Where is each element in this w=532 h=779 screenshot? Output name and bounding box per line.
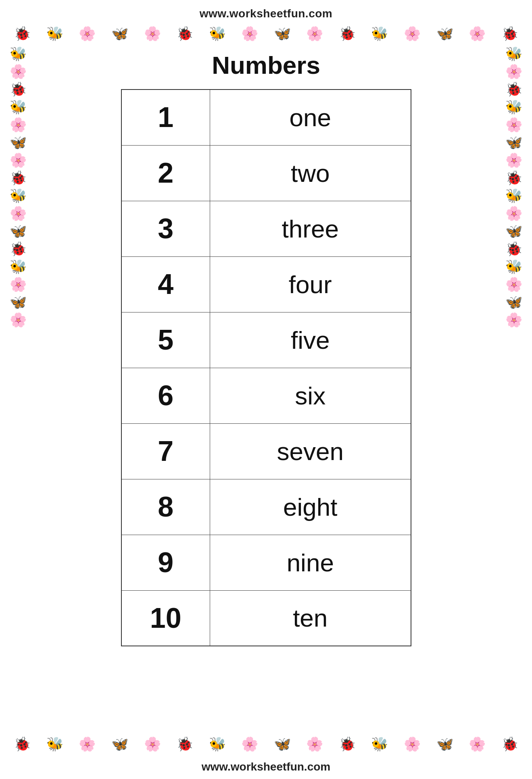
side-icon: 🌸 xyxy=(10,153,27,167)
border-icon: 🐞 xyxy=(339,737,356,751)
border-icon: 🌸 xyxy=(241,737,258,751)
side-icon: 🌸 xyxy=(10,118,27,131)
numeral-cell: 1 xyxy=(121,90,210,145)
side-icon: 🐞 xyxy=(505,171,522,185)
border-icon: 🌸 xyxy=(79,737,96,751)
side-icon: 🐝 xyxy=(10,189,27,202)
numeral-cell: 8 xyxy=(121,479,210,535)
side-icon: 🌸 xyxy=(505,118,522,131)
border-icon: 🌸 xyxy=(241,27,258,40)
bottom-url: www.worksheetfun.com xyxy=(202,760,330,773)
border-icon: 🐞 xyxy=(176,27,193,40)
side-icon: 🦋 xyxy=(505,135,522,149)
side-icon: 🦋 xyxy=(10,135,27,149)
word-cell: eight xyxy=(210,479,411,535)
side-icon: 🌸 xyxy=(10,277,27,291)
border-icon: 🦋 xyxy=(274,737,291,751)
side-icon: 🐞 xyxy=(10,82,27,96)
table-row: 7seven xyxy=(121,423,411,479)
border-icon: 🌸 xyxy=(144,737,161,751)
word-cell: nine xyxy=(210,535,411,590)
page-title: Numbers xyxy=(212,51,320,79)
side-icon: 🐞 xyxy=(10,242,27,256)
table-row: 5five xyxy=(121,312,411,368)
side-icon: 🐝 xyxy=(10,100,27,114)
side-icon: 🐞 xyxy=(505,82,522,96)
side-icon: 🐝 xyxy=(505,260,522,273)
border-icon: 🦋 xyxy=(111,737,128,751)
table-row: 8eight xyxy=(121,479,411,535)
side-icon: 🦋 xyxy=(505,224,522,238)
side-icon: 🌸 xyxy=(505,65,522,78)
table-row: 1one xyxy=(121,90,411,145)
border-icon: 🐝 xyxy=(371,27,388,40)
border-icon: 🐞 xyxy=(14,737,31,751)
numeral-cell: 3 xyxy=(121,201,210,256)
side-icon: 🐝 xyxy=(10,47,27,60)
numeral-cell: 5 xyxy=(121,312,210,368)
numeral-cell: 10 xyxy=(121,590,210,646)
word-cell: six xyxy=(210,368,411,423)
numeral-cell: 9 xyxy=(121,535,210,590)
border-icon: 🐝 xyxy=(46,737,63,751)
side-icon: 🐝 xyxy=(505,189,522,202)
side-icon: 🦋 xyxy=(505,295,522,309)
table-row: 6six xyxy=(121,368,411,423)
border-icon: 🐝 xyxy=(209,737,226,751)
border-icon: 🐞 xyxy=(14,27,31,40)
side-icon: 🐞 xyxy=(505,242,522,256)
word-cell: seven xyxy=(210,423,411,479)
table-row: 10ten xyxy=(121,590,411,646)
word-cell: three xyxy=(210,201,411,256)
side-icon: 🌸 xyxy=(505,206,522,220)
border-icon: 🌸 xyxy=(404,737,421,751)
side-icon: 🦋 xyxy=(10,295,27,309)
border-icon: 🐞 xyxy=(501,737,518,751)
border-icon: 🐞 xyxy=(176,737,193,751)
numeral-cell: 7 xyxy=(121,423,210,479)
numeral-cell: 2 xyxy=(121,145,210,201)
border-icon: 🌸 xyxy=(469,27,486,40)
border-icon: 🦋 xyxy=(111,27,128,40)
page-wrapper: www.worksheetfun.com 🐞 🐝 🌸 🦋 🌸 🐞 🐝 🌸 🦋 🌸… xyxy=(0,0,532,779)
side-icon: 🐞 xyxy=(10,171,27,185)
word-cell: ten xyxy=(210,590,411,646)
border-icon: 🦋 xyxy=(436,737,453,751)
side-icon: 🌸 xyxy=(10,65,27,78)
word-cell: two xyxy=(210,145,411,201)
border-icon: 🌸 xyxy=(469,737,486,751)
table-row: 2two xyxy=(121,145,411,201)
numeral-cell: 6 xyxy=(121,368,210,423)
main-area: 🐝 🌸 🐞 🐝 🌸 🦋 🌸 🐞 🐝 🌸 🦋 🐞 🐝 🌸 🦋 🌸 Numbers … xyxy=(0,43,532,735)
table-row: 3three xyxy=(121,201,411,256)
side-icon: 🌸 xyxy=(10,313,27,327)
table-row: 9nine xyxy=(121,535,411,590)
numeral-cell: 4 xyxy=(121,256,210,312)
border-icon: 🐞 xyxy=(339,27,356,40)
side-icon: 🐝 xyxy=(505,100,522,114)
side-icon: 🐝 xyxy=(505,47,522,60)
top-border-strip: 🐞 🐝 🌸 🦋 🌸 🐞 🐝 🌸 🦋 🌸 🐞 🐝 🌸 🦋 🌸 🐞 xyxy=(0,24,532,43)
word-cell: five xyxy=(210,312,411,368)
side-icon: 🌸 xyxy=(505,277,522,291)
content-column: Numbers 1one2two3three4four5five6six7sev… xyxy=(36,43,496,735)
side-icon: 🦋 xyxy=(10,224,27,238)
border-icon: 🌸 xyxy=(79,27,96,40)
bottom-border-strip: 🐞 🐝 🌸 🦋 🌸 🐞 🐝 🌸 🦋 🌸 🐞 🐝 🌸 🦋 🌸 🐞 xyxy=(0,735,532,753)
side-icon: 🐝 xyxy=(10,260,27,273)
table-row: 4four xyxy=(121,256,411,312)
border-icon: 🦋 xyxy=(436,27,453,40)
border-icon: 🌸 xyxy=(306,27,323,40)
word-cell: one xyxy=(210,90,411,145)
side-icon: 🌸 xyxy=(505,153,522,167)
border-icon: 🐞 xyxy=(501,27,518,40)
border-icon: 🐝 xyxy=(371,737,388,751)
left-border: 🐝 🌸 🐞 🐝 🌸 🦋 🌸 🐞 🐝 🌸 🦋 🐞 🐝 🌸 🦋 🌸 xyxy=(0,43,36,735)
side-icon: 🌸 xyxy=(10,206,27,220)
border-icon: 🐝 xyxy=(209,27,226,40)
border-icon: 🦋 xyxy=(274,27,291,40)
top-url: www.worksheetfun.com xyxy=(200,7,332,20)
right-border: 🐝 🌸 🐞 🐝 🌸 🦋 🌸 🐞 🐝 🌸 🦋 🐞 🐝 🌸 🦋 🌸 xyxy=(496,43,532,735)
border-icon: 🌸 xyxy=(144,27,161,40)
border-icon: 🐝 xyxy=(46,27,63,40)
